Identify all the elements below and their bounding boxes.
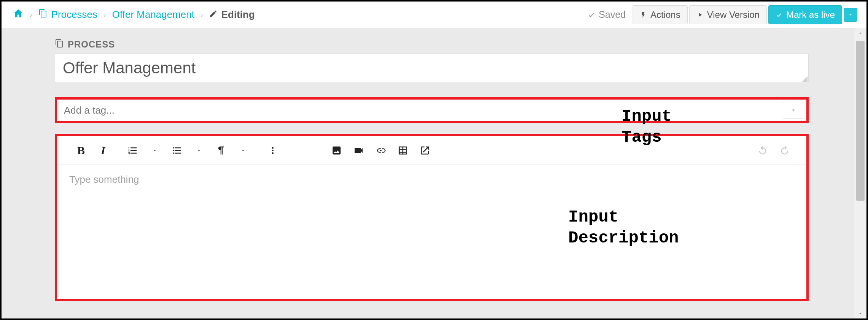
breadcrumb-offer-management-label: Offer Management bbox=[112, 9, 194, 21]
redo-icon bbox=[779, 145, 790, 156]
redo-button[interactable] bbox=[774, 142, 796, 159]
topbar: › Processes › Offer Management › Editing… bbox=[2, 2, 866, 28]
unordered-list-button[interactable] bbox=[166, 142, 188, 159]
copy-icon bbox=[38, 9, 48, 21]
bolt-icon bbox=[640, 11, 647, 18]
ordered-list-button[interactable] bbox=[122, 142, 144, 159]
caret-down-icon bbox=[848, 12, 853, 17]
copy-icon bbox=[55, 39, 64, 50]
home-icon[interactable] bbox=[13, 8, 24, 21]
insert-table-button[interactable] bbox=[392, 142, 414, 159]
caret-down-icon bbox=[858, 311, 863, 316]
view-version-button-label: View Version bbox=[707, 10, 760, 20]
breadcrumb-editing: Editing bbox=[209, 9, 255, 21]
mark-as-live-button-label: Mark as live bbox=[786, 10, 835, 20]
bold-button[interactable]: B bbox=[70, 142, 92, 159]
check-icon bbox=[587, 11, 596, 19]
scrollbar-arrow-up[interactable] bbox=[854, 28, 866, 38]
actions-button[interactable]: Actions bbox=[633, 5, 688, 24]
paragraph-format-button[interactable] bbox=[210, 142, 232, 159]
caret-down-icon bbox=[153, 148, 157, 153]
insert-link-button[interactable] bbox=[370, 142, 392, 159]
external-link-icon bbox=[420, 145, 430, 156]
vertical-scrollbar[interactable] bbox=[854, 28, 866, 318]
section-label-text: PROCESS bbox=[68, 39, 115, 50]
tag-input[interactable] bbox=[57, 100, 783, 121]
open-external-button[interactable] bbox=[414, 142, 436, 159]
actions-button-label: Actions bbox=[650, 10, 680, 20]
link-icon bbox=[375, 145, 386, 156]
video-icon bbox=[353, 145, 364, 156]
breadcrumb-separator: › bbox=[200, 10, 203, 19]
saved-indicator: Saved bbox=[587, 9, 626, 20]
table-icon bbox=[397, 145, 408, 156]
tag-dropdown-toggle[interactable] bbox=[783, 102, 804, 119]
check-icon bbox=[776, 11, 782, 18]
breadcrumb-editing-label: Editing bbox=[221, 9, 255, 21]
description-textarea[interactable] bbox=[69, 174, 794, 290]
process-title-input[interactable] bbox=[55, 54, 808, 82]
caret-down-icon bbox=[241, 148, 245, 153]
more-vertical-icon bbox=[267, 145, 278, 156]
editor-body[interactable] bbox=[57, 165, 806, 299]
tag-field[interactable] bbox=[55, 97, 809, 123]
unordered-list-dropdown[interactable] bbox=[188, 142, 210, 159]
pencil-icon bbox=[209, 9, 218, 21]
play-icon bbox=[696, 11, 703, 18]
image-icon bbox=[331, 145, 342, 156]
mark-as-live-button[interactable]: Mark as live bbox=[768, 5, 842, 24]
view-version-button[interactable]: View Version bbox=[689, 5, 767, 24]
scrollbar-arrow-down[interactable] bbox=[854, 309, 866, 318]
insert-image-button[interactable] bbox=[326, 142, 348, 159]
undo-button[interactable] bbox=[752, 142, 774, 159]
italic-button[interactable]: I bbox=[92, 142, 114, 159]
scrollbar-thumb[interactable] bbox=[856, 41, 865, 201]
chevron-down-icon bbox=[790, 106, 797, 114]
title-field[interactable] bbox=[55, 53, 809, 83]
editor-toolbar: B I bbox=[57, 136, 806, 165]
section-label: PROCESS bbox=[55, 39, 809, 50]
breadcrumb-separator: › bbox=[30, 10, 32, 19]
description-editor: B I bbox=[55, 134, 809, 301]
insert-video-button[interactable] bbox=[348, 142, 370, 159]
action-bar: Saved Actions View Version Mark as live bbox=[587, 5, 857, 24]
undo-icon bbox=[757, 145, 768, 156]
caret-down-icon bbox=[197, 148, 201, 153]
mark-as-live-dropdown[interactable] bbox=[844, 8, 857, 22]
breadcrumb-offer-management[interactable]: Offer Management bbox=[112, 9, 194, 21]
paragraph-format-dropdown[interactable] bbox=[232, 142, 254, 159]
content-viewport: PROCESS B I bbox=[2, 28, 854, 318]
caret-up-icon bbox=[858, 30, 863, 36]
breadcrumb-processes-label: Processes bbox=[51, 9, 97, 21]
more-options-button[interactable] bbox=[262, 142, 284, 159]
saved-label: Saved bbox=[599, 9, 626, 20]
breadcrumb-processes[interactable]: Processes bbox=[38, 9, 97, 21]
breadcrumb: › Processes › Offer Management › Editing bbox=[13, 8, 255, 21]
ordered-list-dropdown[interactable] bbox=[144, 142, 166, 159]
page: PROCESS B I bbox=[2, 28, 854, 301]
breadcrumb-separator: › bbox=[103, 10, 106, 19]
